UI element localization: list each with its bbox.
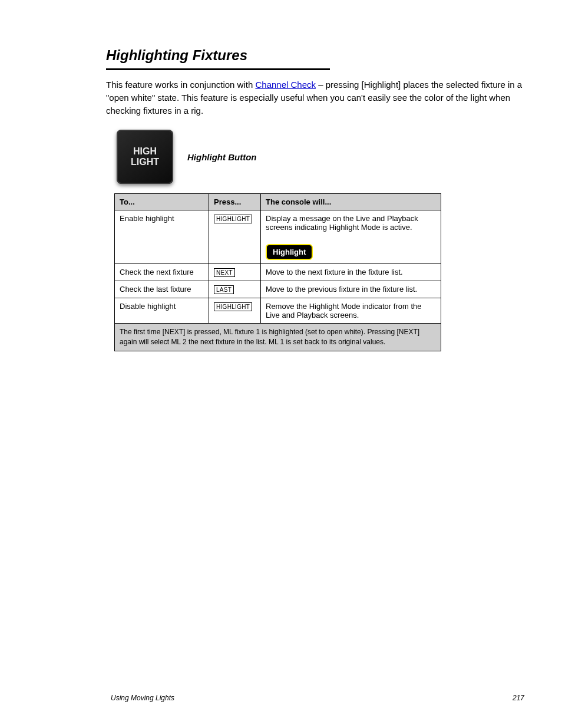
col-header-to: To... (115, 194, 209, 210)
cell-to: Check the next fixture (115, 264, 209, 281)
cell-press: NEXT (209, 264, 261, 281)
instructions-table: To... Press... The console will... Enabl… (114, 193, 441, 351)
highlight-mode-indicator: Highlight (266, 244, 313, 260)
col-header-will: The console will... (261, 194, 441, 210)
footer-section-title: Using Moving Lights (111, 694, 174, 702)
footer-page-number: 217 (513, 694, 524, 702)
col-header-press: Press... (209, 194, 261, 210)
cell-press: LAST (209, 281, 261, 298)
table-row: Enable highlight HIGHLIGHT Display a mes… (115, 210, 441, 264)
table-row: Check the next fixture NEXT Move to the … (115, 264, 441, 281)
highlight-keycap-image: HIGH LIGHT (117, 130, 173, 184)
key-badge-next: NEXT (214, 268, 235, 277)
keycap-text: HIGH LIGHT (131, 146, 159, 168)
will-text: Display a message on the Live and Playba… (266, 214, 418, 232)
cell-press: HIGHLIGHT (209, 210, 261, 264)
cell-will: Display a message on the Live and Playba… (261, 210, 441, 264)
section-heading: Highlighting Fixtures (106, 47, 527, 64)
intro-paragraph: This feature works in conjunction with C… (106, 78, 527, 117)
table-header-row: To... Press... The console will... (115, 194, 441, 210)
cell-will: Move to the next fixture in the fixture … (261, 264, 441, 281)
table-note: The first time [NEXT] is pressed, ML fix… (115, 324, 441, 351)
keycap-caption: Highlight Button (187, 152, 256, 162)
key-badge-highlight: HIGHLIGHT (214, 302, 252, 311)
table-row: Disable highlight HIGHLIGHT Remove the H… (115, 298, 441, 324)
cell-press: HIGHLIGHT (209, 298, 261, 324)
cell-will: Remove the Highlight Mode indicator from… (261, 298, 441, 324)
key-badge-last: LAST (214, 285, 234, 294)
cell-to: Enable highlight (115, 210, 209, 264)
cell-to: Disable highlight (115, 298, 209, 324)
table-row: Check the last fixture LAST Move to the … (115, 281, 441, 298)
cell-will: Move to the previous fixture in the fixt… (261, 281, 441, 298)
section-rule (106, 68, 330, 70)
channel-check-link[interactable]: Channel Check (255, 80, 316, 90)
cell-to: Check the last fixture (115, 281, 209, 298)
page-footer: Using Moving Lights 217 (111, 694, 524, 702)
key-badge-highlight: HIGHLIGHT (214, 215, 252, 223)
table-note-row: The first time [NEXT] is pressed, ML fix… (115, 324, 441, 351)
intro-text-before: This feature works in conjunction with (106, 80, 255, 90)
